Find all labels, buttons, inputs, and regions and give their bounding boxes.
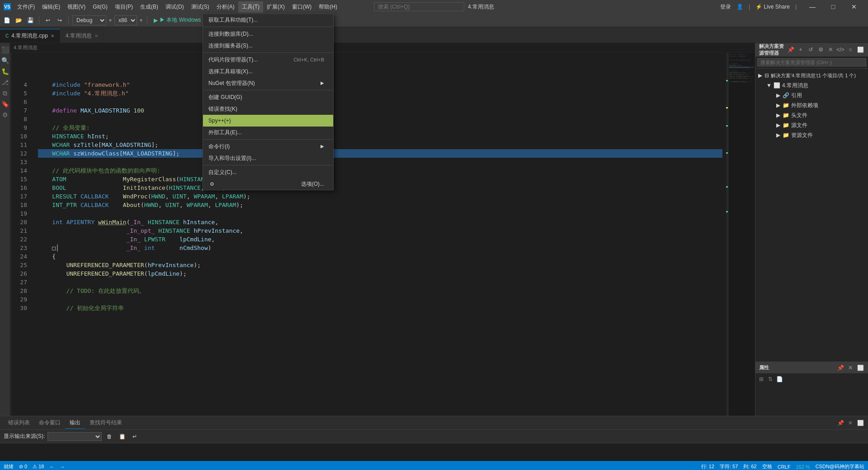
props-sort-btn[interactable]: ⇅ (766, 375, 774, 383)
snippet-manager-label: 代码片段管理器(T)... (208, 54, 258, 66)
activity-files-icon[interactable]: ⬛ (0, 45, 10, 55)
menu-tools[interactable]: 工具(T) (238, 1, 263, 13)
save-all-btn[interactable]: 💾 (25, 15, 35, 25)
tree-references[interactable]: ▶ 🔗 引用 (755, 90, 868, 100)
menu-test[interactable]: 测试(S) (188, 1, 213, 13)
live-share-button[interactable]: ⚡ Live Share (755, 4, 790, 10)
status-indent[interactable]: 空格 (762, 463, 772, 470)
tree-root[interactable]: ▶ ⊟ 解决方案'4.常用消息'(1 个项目/共 1 个) (755, 70, 868, 80)
activity-debug-icon[interactable]: 🐛 (0, 66, 10, 76)
menu-error-lookup[interactable]: 错误查找(K) (203, 103, 333, 115)
menu-git[interactable]: Git(G) (89, 2, 111, 12)
bottom-float-btn[interactable]: ⬜ (856, 419, 864, 427)
activity-bookmark-icon[interactable]: 🔖 (0, 99, 10, 109)
menu-help[interactable]: 帮助(H) (315, 1, 341, 13)
status-col[interactable]: 字符: 57 (720, 463, 738, 470)
output-copy-btn[interactable]: 📋 (117, 432, 127, 442)
panel-pin-btn[interactable]: 📌 (787, 46, 795, 54)
menu-extensions[interactable]: 扩展(X) (263, 1, 288, 13)
status-warnings[interactable]: ⚠ 18 (33, 464, 44, 470)
redo-btn[interactable]: ↪ (55, 15, 65, 25)
menu-get-tools[interactable]: 获取工具和功能(T)... (203, 14, 333, 26)
menu-connect-server[interactable]: 连接到服务器(S)... (203, 40, 333, 52)
menu-project[interactable]: 项目(P) (111, 1, 137, 13)
minimize-button[interactable]: — (802, 0, 823, 14)
tab-project[interactable]: 4.常用消息 ✕ (60, 29, 104, 42)
new-project-btn[interactable]: 📄 (2, 15, 12, 25)
status-char[interactable]: 列: 62 (743, 463, 756, 470)
login-button[interactable]: 登录 (720, 3, 731, 11)
menu-external-tools[interactable]: 外部工具(E)... (203, 127, 333, 138)
props-category-btn[interactable]: ⊞ (757, 375, 765, 383)
panel-properties-btn[interactable]: ⚙ (816, 46, 825, 54)
menu-edit[interactable]: 编辑(E) (38, 1, 64, 13)
tab-command[interactable]: 命令窗口 (34, 417, 65, 429)
tree-project[interactable]: ▼ ⬜ 4.常用消息 (755, 80, 868, 90)
tree-headers[interactable]: ▶ 📁 头文件 (755, 110, 868, 120)
tab-project-close[interactable]: ✕ (94, 33, 98, 38)
output-clear-btn[interactable]: 🗑 (104, 432, 114, 442)
status-line[interactable]: 行: 12 (701, 463, 714, 470)
menu-connect-db[interactable]: 连接到数据库(D)... (203, 28, 333, 40)
tab-find-symbol[interactable]: 查找符号结果 (85, 417, 127, 429)
menu-debug[interactable]: 调试(D) (162, 1, 188, 13)
props-page-btn[interactable]: 📄 (775, 375, 783, 383)
status-errors[interactable]: ⊘ 0 (19, 464, 27, 470)
panel-refresh-btn[interactable]: ↺ (807, 46, 815, 54)
menu-import-export[interactable]: 导入和导出设置(I)... (203, 152, 333, 164)
menu-snippet-manager[interactable]: 代码片段管理器(T)... Ctrl+K, Ctrl+B (203, 54, 333, 66)
open-btn[interactable]: 📂 (14, 15, 24, 25)
activity-git-icon[interactable]: ⎇ (0, 77, 10, 87)
menu-view[interactable]: 视图(V) (64, 1, 89, 13)
output-source-select[interactable] (47, 432, 102, 441)
activity-search-icon[interactable]: 🔍 (0, 56, 10, 66)
menu-choose-toolbox[interactable]: 选择工具箱项(X)... (203, 66, 333, 77)
tab-output[interactable]: 输出 (65, 417, 85, 429)
code-line-28: // TODO: 在此处放置代码。 (38, 287, 722, 295)
bottom-close-btn[interactable]: ✕ (846, 419, 854, 427)
panel-code-btn[interactable]: </> (836, 46, 844, 54)
status-encoding[interactable]: CRLF (778, 464, 791, 470)
status-nav-fwd[interactable]: → (60, 464, 65, 470)
maximize-button[interactable]: □ (823, 0, 844, 14)
props-close-btn[interactable]: ✕ (846, 364, 854, 372)
undo-btn[interactable]: ↩ (43, 15, 53, 25)
status-zoom[interactable]: 152 % (796, 464, 810, 470)
props-pin-btn[interactable]: 📌 (836, 364, 844, 372)
menu-window[interactable]: 窗口(W) (288, 1, 315, 13)
menu-spy[interactable]: Spy++(+) (203, 115, 333, 127)
tab-cpp-close[interactable]: ✕ (51, 33, 54, 38)
menu-create-guid[interactable]: 创建 GUID(G) (203, 91, 333, 103)
config-select[interactable]: Debug Release (72, 15, 106, 25)
menu-customize[interactable]: 自定义(C)... (203, 166, 333, 178)
tools-dropdown-menu[interactable]: 获取工具和功能(T)... 连接到数据库(D)... 连接到服务器(S)... … (203, 14, 334, 190)
status-nav-back[interactable]: ← (49, 464, 54, 470)
panel-settings-btn[interactable]: ≡ (846, 46, 854, 54)
menu-file[interactable]: 文件(F) (14, 1, 38, 13)
tree-sources[interactable]: ▶ 📁 源文件 (755, 120, 868, 130)
activity-settings-icon[interactable]: ⚙ (0, 110, 10, 120)
bottom-pin-btn[interactable]: 📌 (836, 419, 844, 427)
menu-build[interactable]: 生成(B) (137, 1, 162, 13)
tab-cpp-file[interactable]: C 4.常用消息.cpp ✕ (0, 29, 60, 42)
close-button[interactable]: ✕ (844, 0, 864, 14)
panel-new-file-btn[interactable]: + (797, 46, 805, 54)
tree-resources[interactable]: ▶ 📁 资源文件 (755, 130, 868, 140)
minimap[interactable]: #include "framework.h" #include "4.常用消息.… (728, 53, 755, 416)
activity-ext-icon[interactable]: ⧉ (0, 88, 10, 98)
output-wrap-btn[interactable]: ↵ (130, 432, 140, 442)
code-content[interactable]: #include "framework.h" #include "4.常用消息.… (34, 53, 726, 416)
menu-options[interactable]: ⚙ 选项(O)... (203, 178, 333, 190)
panel-close-btn[interactable]: ✕ (826, 46, 835, 54)
props-float-btn[interactable]: ⬜ (856, 364, 864, 372)
menu-nuget[interactable]: NuGet 包管理器(N) ▶ (203, 77, 333, 89)
tree-external-deps[interactable]: ▶ 📁 外部依赖项 (755, 100, 868, 110)
menu-analyze[interactable]: 分析(A) (213, 1, 238, 13)
global-search-input[interactable] (374, 2, 464, 11)
arch-select[interactable]: x86 x64 (114, 15, 137, 25)
menu-command-line[interactable]: 命令行(I) ▶ (203, 141, 333, 152)
status-ready[interactable]: 就绪 (4, 463, 14, 470)
tab-error-list[interactable]: 错误列表 (4, 417, 34, 429)
solution-search-input[interactable] (757, 58, 866, 66)
panel-float-btn[interactable]: ⬜ (856, 46, 864, 54)
